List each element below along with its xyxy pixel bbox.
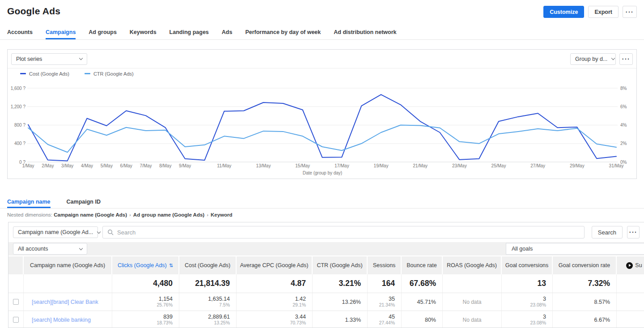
search-button[interactable]: Search xyxy=(592,226,623,239)
goals-select-value: All goals xyxy=(512,246,533,252)
cell-campaign-name: [search] Mobile banking xyxy=(24,311,112,328)
column-header-label: Goal conversion rate xyxy=(559,262,610,268)
cell-sessions: 3521.34% xyxy=(368,293,402,311)
cell-subvalue: 23.08% xyxy=(530,302,546,308)
cell-goal-conversions: 323.08% xyxy=(502,311,553,328)
dimension-select-value: Campaign name (Google Ad... xyxy=(18,229,93,235)
dimension-select[interactable]: Campaign name (Google Ad... xyxy=(13,226,98,238)
table-body: [search][brand] Clear Bank1,15425.76%1,6… xyxy=(8,293,644,328)
chevron-down-icon xyxy=(79,246,83,250)
customize-button[interactable]: Customize xyxy=(543,6,584,18)
chart-panel: Plot series Group by d... ··· Cost (Goog… xyxy=(7,49,637,179)
column-header-sessions[interactable]: Sessions xyxy=(368,256,402,274)
column-header-campaign-name[interactable]: Campaign name (Google Ads) xyxy=(24,256,112,274)
column-header-goal-conversion-rate[interactable]: Goal conversion rate xyxy=(553,256,617,274)
cell-goal-conversion-rate: 8.57% xyxy=(553,293,617,311)
chart-controls: Plot series Group by d... ··· xyxy=(8,50,636,68)
column-header-goal-conversions[interactable]: Goal conversions xyxy=(502,256,553,274)
svg-text:1,200 ?: 1,200 ? xyxy=(11,104,26,109)
cell-bounce-rate: 45.71% xyxy=(402,293,443,311)
table-tab-campaign-id[interactable]: Campaign ID xyxy=(67,196,101,208)
summary-cell-goal-conversions: 13 xyxy=(502,274,553,293)
nav-tab-ad-groups[interactable]: Ad groups xyxy=(89,26,117,39)
nav-tab-keywords[interactable]: Keywords xyxy=(130,26,157,39)
summary-cell-sessions: 164 xyxy=(368,274,402,293)
cell-roas: No data xyxy=(443,311,502,328)
cell-value: 3 xyxy=(543,296,546,302)
column-header-summary-extra[interactable]: Su xyxy=(617,256,644,274)
nav-tab-landing-pages[interactable]: Landing pages xyxy=(169,26,209,39)
breadcrumb-item: Campaign name (Google Ads) xyxy=(54,212,127,217)
nav-tab-campaigns[interactable]: Campaigns xyxy=(46,26,76,39)
cell-ctr: 13.26% xyxy=(313,293,368,311)
column-header-avg-cpc[interactable]: Average CPC (Google Ads) xyxy=(237,256,313,274)
column-header-ctr[interactable]: CTR (Google Ads) xyxy=(313,256,368,274)
cell-value: 2,889.61 xyxy=(208,314,230,320)
group-by-value: Group by d... xyxy=(575,56,607,62)
table-more-button[interactable]: ··· xyxy=(627,226,640,239)
cell-subvalue: 7.5% xyxy=(219,302,230,308)
table-tab-campaign-name[interactable]: Campaign name xyxy=(7,196,51,208)
nested-dimensions-path: Campaign name (Google Ads)›Ad group name… xyxy=(54,212,232,217)
summary-cell-checkbox xyxy=(8,274,24,293)
chart-more-button[interactable]: ··· xyxy=(619,53,633,65)
cell-subvalue: 21.34% xyxy=(379,302,395,308)
column-header-roas[interactable]: ROAS (Google Ads) xyxy=(443,256,502,274)
search-input[interactable] xyxy=(117,229,580,236)
svg-text:9/May: 9/May xyxy=(179,163,191,168)
svg-text:800 ?: 800 ? xyxy=(14,123,25,128)
campaign-link[interactable]: [search] Mobile banking xyxy=(32,317,91,323)
svg-text:13/May: 13/May xyxy=(256,163,271,168)
accounts-select[interactable]: All accounts xyxy=(13,243,87,255)
column-header-label: Campaign name (Google Ads) xyxy=(30,262,105,268)
nav-tab-ads[interactable]: Ads xyxy=(222,26,233,39)
svg-text:25/May: 25/May xyxy=(491,163,506,168)
cell-bounce-rate: 80% xyxy=(402,311,443,328)
chart-legend: Cost (Google Ads)CTR (Google Ads) xyxy=(8,68,636,79)
row-checkbox[interactable] xyxy=(13,317,19,323)
svg-text:19/May: 19/May xyxy=(374,163,389,168)
group-by-select[interactable]: Group by d... xyxy=(570,53,616,65)
campaign-link[interactable]: [search][brand] Clear Bank xyxy=(32,299,98,305)
plot-series-select[interactable]: Plot series xyxy=(11,53,87,65)
plot-series-value: Plot series xyxy=(16,56,42,62)
summary-cell-summary-extra xyxy=(617,274,644,293)
summary-cell-goal-conversion-rate: 7.32% xyxy=(553,274,617,293)
row-checkbox[interactable] xyxy=(13,299,19,305)
column-header-cost[interactable]: Cost (Google Ads) xyxy=(179,256,237,274)
column-header-label: Average CPC (Google Ads) xyxy=(240,262,309,268)
cell-summary-extra xyxy=(617,311,644,328)
svg-text:5/May: 5/May xyxy=(101,163,113,168)
more-options-button[interactable]: ··· xyxy=(623,6,637,18)
cell-value: 80% xyxy=(425,317,436,323)
column-header-label: ROAS (Google Ads) xyxy=(447,262,497,268)
column-header-bounce-rate[interactable]: Bounce rate xyxy=(402,256,443,274)
goals-select[interactable]: All goals xyxy=(506,243,644,255)
svg-text:21/May: 21/May xyxy=(413,163,428,168)
search-box[interactable] xyxy=(102,226,585,239)
breadcrumb-item: Keyword xyxy=(211,212,233,217)
cell-avg-cpc: 1.4229.1% xyxy=(237,293,313,311)
timeseries-chart: 1,600 ?8%1,200 ?6%800 ?4%400 ?2%0 ?0%1/M… xyxy=(8,79,636,179)
svg-text:7/May: 7/May xyxy=(140,163,152,168)
svg-text:1,600 ?: 1,600 ? xyxy=(11,86,26,91)
nav-tab-ad-distribution-network[interactable]: Ad distribution network xyxy=(334,26,396,39)
column-header-clicks[interactable]: Clicks (Google Ads)⇅ xyxy=(112,256,179,274)
more-icon: ··· xyxy=(626,9,634,15)
svg-text:8%: 8% xyxy=(620,86,627,91)
table-header-row: Campaign name (Google Ads)Clicks (Google… xyxy=(8,256,644,274)
column-header-label: Clicks (Google Ads) xyxy=(118,262,167,268)
table-tabs: Campaign nameCampaign ID xyxy=(0,196,644,209)
table-row: [search] Mobile banking83918.73%2,889.61… xyxy=(8,311,644,328)
cell-value: 13.26% xyxy=(342,299,361,305)
nav-tab-performance-by-day-of-week[interactable]: Performance by day of week xyxy=(245,26,321,39)
legend-item-ctr-google-ads[interactable]: CTR (Google Ads) xyxy=(85,71,134,77)
cell-value: 3.44 xyxy=(295,314,306,320)
column-header-label: Goal conversions xyxy=(505,262,549,268)
export-button[interactable]: Export xyxy=(588,6,619,18)
cell-value: 3 xyxy=(543,314,546,320)
nav-tab-accounts[interactable]: Accounts xyxy=(7,26,33,39)
cell-checkbox xyxy=(8,293,24,311)
cell-ctr: 1.33% xyxy=(313,311,368,328)
legend-item-cost-google-ads[interactable]: Cost (Google Ads) xyxy=(20,71,69,77)
